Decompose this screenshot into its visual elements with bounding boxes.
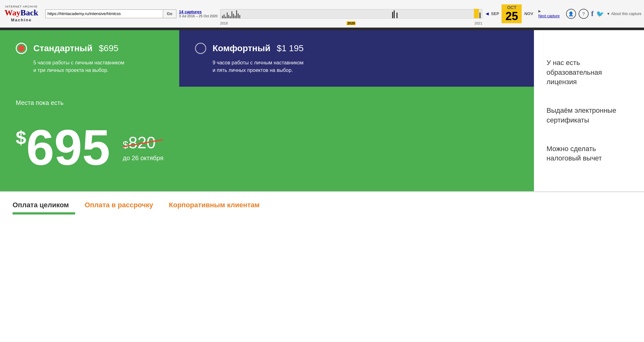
- year-2021-label: 2021: [475, 21, 482, 25]
- calendar-nav: ◄ SEP OCT 25 NOV: [485, 4, 535, 23]
- spike: [225, 17, 226, 18]
- availability-text: Места пока есть: [16, 99, 518, 106]
- next-capture-icon: ▶: [538, 9, 541, 13]
- oct-label: OCT: [507, 5, 517, 10]
- plan-comfort[interactable]: Комфортный $1 195 9 часов работы с личны…: [179, 30, 534, 87]
- captures-area: 14 captures 3 Jul 2016 – 25 Oct 2020: [179, 9, 218, 18]
- spike: [230, 16, 231, 18]
- year-2018-label: 2018: [220, 21, 228, 25]
- spike: [238, 14, 239, 18]
- sep-nav[interactable]: SEP: [491, 11, 499, 16]
- go-button[interactable]: Go: [163, 9, 176, 18]
- comfort-plan-price: $1 195: [277, 43, 304, 53]
- timeline-bar: [220, 9, 482, 19]
- wayback-word: Way: [5, 8, 21, 18]
- price-display-area: Места пока есть $ 695 $820 до 26 октября: [0, 87, 534, 191]
- sidebar-item-certificates: Выдаём электронные сертификаты: [547, 106, 631, 125]
- radio-inner: [18, 45, 25, 52]
- timeline-area[interactable]: 2018 2020 2021: [220, 8, 482, 20]
- spike-2018: [397, 13, 397, 18]
- sidebar-item-tax: Можно сделать налоговый вычет: [547, 144, 631, 164]
- spike: [235, 16, 236, 18]
- current-price-display: $ 695: [16, 122, 110, 172]
- spike: [228, 15, 229, 18]
- standard-radio[interactable]: [16, 43, 27, 54]
- comfort-plan-header: Комфортный $1 195: [195, 43, 518, 54]
- about-capture-label[interactable]: ▼ About this capture: [607, 12, 641, 16]
- nov-label: NOV: [524, 11, 533, 16]
- sep-label: SEP: [491, 11, 499, 16]
- user-icon[interactable]: 👤: [566, 9, 576, 19]
- wayback-title: WayBack: [5, 8, 38, 18]
- top-dark-bar: [0, 28, 644, 30]
- prev-arrow[interactable]: ◄: [485, 11, 490, 17]
- old-price: $820: [123, 133, 163, 152]
- captures-dates: 3 Jul 2016 – 25 Oct 2020: [179, 14, 218, 18]
- spike: [227, 13, 228, 18]
- machine-label: Machine: [11, 18, 32, 22]
- url-area: Go: [45, 9, 176, 18]
- standard-plan-header: Стандартный $695: [16, 43, 164, 54]
- spike: [231, 11, 232, 18]
- current-price-number: 695: [26, 122, 110, 172]
- spike-2018: [394, 10, 395, 18]
- wayback-toolbar: INTERNET ARCHIVE WayBack Machine Go 14 c…: [0, 0, 644, 28]
- until-date: до 26 октября: [123, 155, 163, 162]
- tab-corporate[interactable]: Корпоративным клиентам: [169, 198, 266, 214]
- right-sidebar: У нас есть образовательная лицензия Выда…: [534, 30, 644, 191]
- ia-text-label: INTERNET ARCHIVE: [5, 5, 38, 8]
- spike: [222, 16, 223, 18]
- tab-full-payment[interactable]: Оплата целиком: [13, 198, 75, 214]
- right-icons-group: 👤 ? f 🐦 ▼ About this capture: [566, 9, 641, 19]
- spike: [236, 10, 237, 18]
- old-price-area: $820 до 26 октября: [123, 133, 163, 162]
- tab-installment[interactable]: Оплата в рассрочку: [85, 198, 159, 214]
- plan-standard[interactable]: Стандартный $695 5 часов работы с личным…: [0, 30, 179, 87]
- facebook-icon[interactable]: f: [591, 9, 594, 18]
- main-content: Стандартный $695 5 часов работы с личным…: [0, 30, 644, 191]
- spike: [239, 15, 240, 18]
- spike: [224, 14, 225, 18]
- standard-plan-price: $695: [99, 43, 118, 53]
- old-dollar: $: [123, 139, 128, 150]
- spike-2020: [480, 13, 480, 18]
- help-icon[interactable]: ?: [579, 9, 589, 19]
- url-input[interactable]: [45, 9, 163, 18]
- captures-link[interactable]: 14 captures: [179, 9, 218, 14]
- comfort-plan-name: Комфортный: [213, 43, 270, 53]
- spike-2020-highlight: [474, 9, 479, 18]
- comfort-radio[interactable]: [195, 43, 206, 54]
- nov-nav[interactable]: NOV: [524, 11, 533, 16]
- spike: [233, 14, 234, 18]
- standard-plan-name: Стандартный: [33, 43, 92, 53]
- wayback-logo[interactable]: INTERNET ARCHIVE WayBack Machine: [3, 5, 40, 22]
- year-2020-label: 2020: [347, 21, 355, 25]
- oct-nav[interactable]: OCT 25: [502, 4, 522, 23]
- comfort-plan-desc: 9 часов работы с личным наставником и пя…: [213, 59, 518, 74]
- next-capture-label[interactable]: Next capture: [538, 14, 560, 18]
- spike-2018: [392, 12, 393, 18]
- next-capture-area[interactable]: ▶ Next capture: [538, 9, 560, 18]
- plan-row: Стандартный $695 5 часов работы с личным…: [0, 30, 534, 87]
- twitter-icon[interactable]: 🐦: [596, 10, 604, 18]
- date-number: 25: [503, 10, 520, 23]
- dollar-sign: $: [16, 128, 26, 147]
- standard-plan-desc: 5 часов работы с личным наставником и тр…: [33, 59, 164, 74]
- price-row: $ 695 $820 до 26 октября: [16, 122, 518, 172]
- back-word: Back: [20, 8, 38, 18]
- sidebar-item-license: У нас есть образовательная лицензия: [547, 58, 631, 87]
- bottom-tabs: Оплата целиком Оплата в рассрочку Корпор…: [0, 191, 644, 219]
- pricing-section: Стандартный $695 5 часов работы с личным…: [0, 30, 534, 191]
